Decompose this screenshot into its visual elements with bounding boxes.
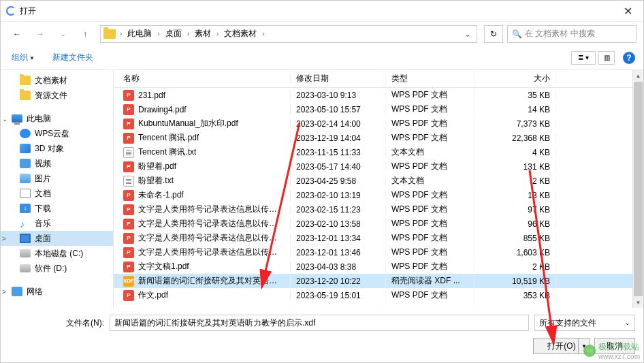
file-row[interactable]: P盼望着.pdf2023-05-17 14:40WPS PDF 文档131 KB [114, 159, 632, 174]
preview-pane-button[interactable]: ▥ [598, 51, 615, 65]
breadcrumb[interactable]: › 此电脑 › 桌面 › 素材 › 文档素材 › ⌄ [100, 25, 477, 43]
filename-input[interactable] [110, 315, 529, 331]
file-type: WPS PDF 文档 [386, 232, 474, 244]
sidebar-item[interactable]: 本地磁盘 (C:) [1, 246, 113, 261]
file-name: 作文.pdf [138, 289, 168, 301]
sidebar-item[interactable]: 下载 [1, 201, 113, 216]
watermark-logo-icon [583, 345, 596, 357]
nav-forward-button[interactable]: → [31, 26, 50, 42]
file-row[interactable]: PDrawing4.pdf2023-05-10 15:57WPS PDF 文档1… [114, 102, 632, 116]
close-button[interactable]: ✕ [618, 3, 638, 19]
breadcrumb-item[interactable]: 素材 [192, 27, 214, 41]
sidebar-item[interactable]: 软件 (D:) [1, 261, 113, 276]
nav-back-button[interactable]: ← [7, 26, 27, 42]
scroll-down-button[interactable]: ▼ [633, 297, 643, 308]
new-folder-button[interactable]: 新建文件夹 [50, 50, 96, 65]
file-name: Tencent 腾讯.txt [138, 146, 196, 158]
sidebar-item[interactable]: >桌面 [1, 231, 113, 246]
file-row[interactable]: PTencent 腾讯.pdf2023-12-19 14:04WPS PDF 文… [114, 131, 632, 145]
file-name: Tencent 腾讯.pdf [138, 132, 199, 144]
sidebar-item-label: 视频 [35, 158, 51, 170]
file-date: 2023-04-03 8:38 [291, 262, 386, 272]
video-icon [20, 159, 31, 168]
file-row[interactable]: P231.pdf2023-03-10 9:13WPS PDF 文档35 KB [114, 88, 632, 102]
column-header-date[interactable]: 修改日期 [291, 73, 386, 84]
column-header-name[interactable]: 名称 [114, 73, 291, 84]
sidebar-item-label: 网络 [27, 286, 43, 298]
sidebar-item-label: 下载 [35, 203, 51, 215]
file-type: WPS PDF 文档 [386, 89, 474, 101]
expand-icon[interactable]: > [2, 235, 6, 242]
file-date: 2023-12-01 13:46 [291, 248, 386, 257]
breadcrumb-item[interactable]: 此电脑 [125, 27, 155, 41]
column-header-type[interactable]: 类型 [386, 73, 474, 84]
file-date: 2023-12-19 14:04 [291, 133, 386, 143]
filename-label: 文件名(N): [9, 317, 104, 329]
file-type: WPS PDF 文档 [386, 218, 474, 230]
file-row[interactable]: XDF新闻语篇的词汇衔接研究及其对英语听力...2023-12-20 10:22… [114, 274, 632, 288]
pdf-file-icon: P [123, 119, 134, 129]
open-button[interactable]: 打开(O)▼ [533, 338, 590, 354]
file-row[interactable]: P文字文稿1.pdf2023-04-03 8:38WPS PDF 文档2 KB [114, 259, 632, 274]
sidebar-item[interactable]: ⌄此电脑 [1, 111, 113, 126]
file-row[interactable]: P作文.pdf2023-05-19 15:01WPS PDF 文档353 KB [114, 288, 632, 302]
file-type: WPS PDF 文档 [386, 247, 474, 258]
expand-icon[interactable]: > [2, 288, 6, 296]
sidebar-item-label: 文档素材 [35, 75, 67, 86]
file-date: 2023-05-17 14:40 [291, 162, 386, 172]
pdf-file-icon: P [123, 262, 134, 272]
breadcrumb-item[interactable]: 文档素材 [221, 27, 259, 41]
refresh-button[interactable]: ↻ [484, 25, 503, 43]
cube-icon [20, 144, 31, 153]
file-type: 文本文档 [386, 175, 474, 187]
xdf-file-icon: XDF [123, 276, 134, 287]
file-name: 文字是人类用符号记录表达信息以传之久... [138, 204, 285, 215]
sidebar-item[interactable]: WPS云盘 [1, 126, 113, 141]
doc-icon [20, 189, 31, 198]
file-row[interactable]: P未命名-1.pdf2023-02-10 13:19WPS PDF 文档13 K… [114, 188, 632, 202]
desk-icon [20, 234, 31, 243]
sidebar-item[interactable]: 文档 [1, 186, 113, 201]
expand-icon[interactable]: ⌄ [2, 115, 7, 123]
help-button[interactable]: ? [623, 52, 635, 64]
scrollbar[interactable]: ▲ ▼ [632, 70, 643, 308]
breadcrumb-item[interactable]: 桌面 [163, 27, 184, 41]
disk-icon [20, 249, 31, 257]
nav-recent-dropdown[interactable]: ⌄ [54, 26, 73, 42]
file-name: 231.pdf [138, 91, 165, 100]
file-row[interactable]: PKubuntuManual_加水印.pdf2023-02-14 14:00WP… [114, 116, 632, 131]
scroll-up-button[interactable]: ▲ [633, 70, 643, 81]
sidebar-item[interactable]: >网络 [1, 284, 113, 299]
file-type: WPS PDF 文档 [386, 289, 474, 301]
file-name: 文字是人类用符号记录表达信息以传之久... [138, 247, 285, 258]
sidebar-item-label: 软件 (D:) [35, 263, 67, 274]
sidebar-item[interactable]: 图片 [1, 171, 113, 186]
breadcrumb-dropdown[interactable]: ⌄ [462, 27, 474, 42]
nav-up-button[interactable]: ↑ [77, 26, 93, 42]
view-mode-button[interactable]: ≣ ▾ [571, 51, 596, 65]
file-date: 2023-05-19 15:01 [291, 291, 386, 300]
file-date: 2023-12-20 10:22 [291, 277, 386, 286]
sidebar-item[interactable]: ♪音乐 [1, 216, 113, 231]
file-row[interactable]: Tencent 腾讯.txt2023-11-15 11:33文本文档4 KB [114, 145, 632, 159]
file-name: 盼望着.pdf [138, 161, 176, 172]
file-type-filter[interactable]: 所有支持的文件⌄ [534, 315, 635, 331]
file-row[interactable]: 盼望着.txt2023-04-25 9:58文本文档2 KB [114, 174, 632, 188]
file-name: 文字是人类用符号记录表达信息以传之久... [138, 218, 285, 230]
scroll-thumb[interactable] [634, 82, 643, 296]
sidebar-item[interactable]: 文档素材 [1, 73, 113, 88]
column-header-size[interactable]: 大小 [474, 73, 556, 84]
file-name: KubuntuManual_加水印.pdf [138, 118, 238, 129]
file-size: 7,373 KB [474, 119, 556, 129]
sidebar-item[interactable]: 资源文件 [1, 88, 113, 103]
sidebar-item[interactable]: 3D 对象 [1, 141, 113, 156]
sidebar-item-label: WPS云盘 [35, 128, 69, 140]
file-row[interactable]: P文字是人类用符号记录表达信息以传之久...2023-02-10 13:58WP… [114, 217, 632, 231]
file-row[interactable]: P文字是人类用符号记录表达信息以传之久...2023-12-01 13:34WP… [114, 231, 632, 245]
search-input[interactable]: 🔍 在 文档素材 中搜索 [507, 25, 637, 43]
app-icon [6, 6, 16, 16]
file-row[interactable]: P文字是人类用符号记录表达信息以传之久...2023-12-01 13:46WP… [114, 245, 632, 259]
file-row[interactable]: P文字是人类用符号记录表达信息以传之久...2023-02-15 11:23WP… [114, 202, 632, 217]
organize-button[interactable]: 组织▼ [9, 50, 37, 65]
sidebar-item[interactable]: 视频 [1, 156, 113, 171]
